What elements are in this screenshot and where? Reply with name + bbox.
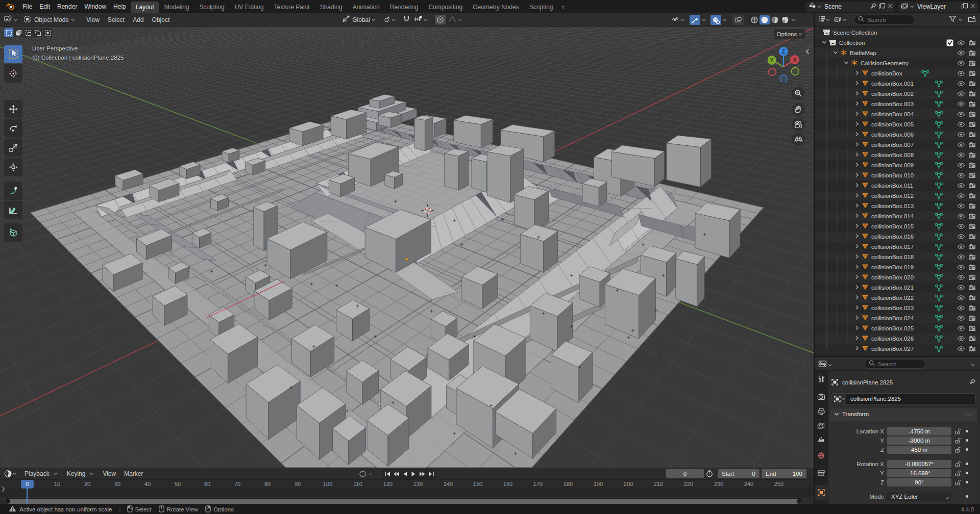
svg-text:X: X bbox=[793, 57, 796, 63]
svg-text:Y: Y bbox=[770, 57, 773, 63]
svg-text:Z: Z bbox=[782, 48, 786, 55]
